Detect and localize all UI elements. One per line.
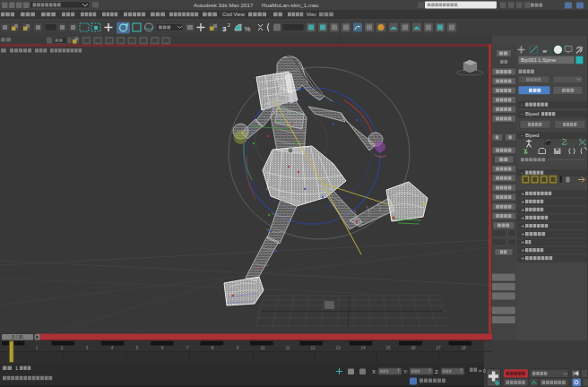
svg-text:+: + [522,215,525,220]
svg-text:HuaMuLan-skin_1.max: HuaMuLan-skin_1.max [262,2,320,8]
svg-text:6: 6 [161,346,164,350]
svg-text:Biped: Biped [525,111,539,116]
svg-text:2: 2 [228,22,230,28]
svg-text:-: - [522,170,523,176]
svg-text:8: 8 [212,346,214,350]
svg-text:Bip001 L Spine: Bip001 L Spine [521,57,556,63]
svg-text:16: 16 [411,346,416,350]
svg-text:+: + [522,247,525,253]
svg-text:Biped: Biped [525,133,539,138]
svg-text:15: 15 [385,346,391,350]
svg-text:7: 7 [186,346,189,350]
svg-text:+: + [522,255,525,261]
svg-text:%: % [245,25,251,33]
svg-text:14: 14 [360,346,366,350]
svg-text:Z:: Z: [435,369,440,374]
svg-text:+: + [522,239,525,245]
svg-text:Civil View: Civil View [222,12,246,17]
svg-text:3: 3 [222,25,227,33]
svg-text:10: 10 [260,346,265,350]
svg-text:12: 12 [310,346,316,350]
svg-text:3: 3 [86,346,89,350]
svg-text:13: 13 [335,346,341,350]
svg-text:1: 1 [15,366,18,371]
svg-text:4: 4 [111,346,114,350]
svg-text:Autodesk 3ds Max 2017: Autodesk 3ds Max 2017 [194,2,254,8]
svg-text:+: + [522,191,525,196]
svg-text:2: 2 [61,346,64,350]
svg-text:+: + [522,207,525,212]
svg-text:+: + [522,199,525,204]
svg-text:+: + [522,231,525,236]
svg-text:9: 9 [237,346,239,350]
svg-text:5: 5 [136,346,139,350]
svg-text:-: - [522,133,523,138]
svg-text:-: - [522,111,523,116]
svg-text:+: + [522,223,525,228]
svg-text:1: 1 [36,346,39,350]
svg-text:18: 18 [461,346,466,350]
svg-text:Y:: Y: [403,369,409,374]
svg-text:17: 17 [436,346,441,350]
svg-text:-: - [522,102,523,108]
svg-text:Max: Max [307,12,316,17]
svg-text:0 / 30: 0 / 30 [12,334,23,340]
svg-text:X:: X: [372,369,377,374]
svg-text:11: 11 [286,346,290,350]
